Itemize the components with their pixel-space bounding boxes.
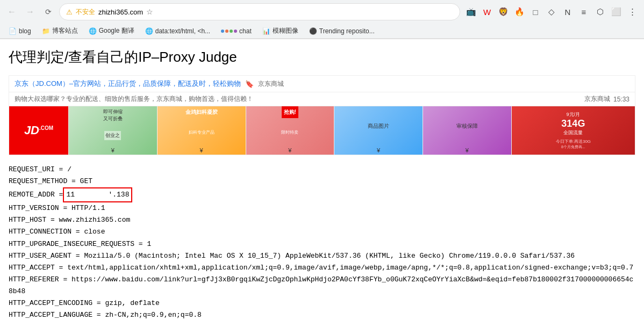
ad-site-name: 京东商城 [258, 79, 284, 89]
ad-product-4: 商品图片 ¥ [334, 106, 423, 155]
ext4-icon[interactable]: ◇ [544, 4, 559, 19]
ad-product-2: 金鸡妇科凝胶 妇科专业产品 ¥ [157, 106, 246, 155]
http-line-language: HTTP_ACCEPT_LANGUAGE = zh-CN,zh;q=0.9,en… [9, 309, 635, 320]
http-line-method: REQUEST_METHOD = GET [9, 176, 635, 187]
http-line-useragent: HTTP_USER_AGENT = Mozilla/5.0 (Macintosh… [9, 250, 635, 262]
back-button[interactable]: ← [4, 4, 19, 19]
http-line-connection: HTTP_CONNECTION = close [9, 226, 635, 238]
http-line-version: HTTP_VERSION = HTTP/1.1 [9, 202, 635, 214]
bookmark-label: blog [19, 27, 31, 35]
ad-site-info: 京东（JD.COM）–官方网站，正品行货，品质保障，配送及时，轻松购物 🔖 京东… [15, 79, 284, 89]
bookmarks-bar: 📄 blog 📁 博客站点 🌐 Google 翻译 🌐 data:text/ht… [0, 24, 644, 39]
ext8-icon[interactable]: ⬜ [609, 4, 624, 19]
globe-icon: 🌐 [89, 27, 97, 35]
bookmark-label: 模糊图像 [273, 26, 298, 35]
ad-link[interactable]: 京东（JD.COM）–官方网站，正品行货，品质保障，配送及时，轻松购物 [15, 79, 241, 89]
http-key: REQUEST_URI = / [9, 164, 71, 176]
page-title: 代理判定/查看自己的IP–Proxy Judge [9, 48, 635, 67]
bookmark-mohu[interactable]: 📊 模糊图像 [258, 25, 303, 37]
ad-price-5: ¥ [464, 146, 470, 155]
bookmark-boke[interactable]: 📁 博客站点 [38, 25, 82, 37]
ad-image-strip: JD.COM 即可伸缩又可折叠 创业之 ¥ 金鸡妇科凝胶 妇科专业产品 ¥ 抢购… [9, 106, 635, 155]
telecom-gb: 314G [561, 118, 585, 129]
http-line-referer: HTTP_REFERER = https://www.baidu.com/lin… [9, 274, 635, 297]
http-key: HTTP_USER_AGENT = Mozilla/5.0 (Macintosh… [9, 250, 575, 262]
bookmark-blog[interactable]: 📄 blog [4, 26, 35, 36]
chat-text: chat [239, 27, 252, 35]
ext5-icon[interactable]: N [560, 4, 575, 19]
ext1-icon[interactable]: 🦁 [496, 4, 511, 19]
insecure-icon: ⚠ [66, 8, 73, 16]
http-key: HTTP_ACCEPT_ENCODING = gzip, deflate [9, 297, 160, 309]
http-line-remote-addr: REMOTE_ADDR = 11 '.138 [9, 187, 635, 202]
telecom-label: 全国流量 [563, 129, 583, 136]
grid-icon: 📊 [262, 27, 270, 35]
ad-site-name2: 京东商城 [584, 94, 610, 104]
bookmark-label: Trending reposito... [319, 27, 375, 35]
http-key: HTTP_ACCEPT = text/html,application/xhtm… [9, 262, 633, 274]
ad-time: 15:33 [613, 96, 629, 103]
http-key: HTTP_CONNECTION = close [9, 226, 105, 238]
forward-button[interactable]: → [23, 4, 38, 19]
browser-actions: 📺 W 🦁 🔥 □ ◇ N ≡ ⬡ ⬜ ⋮ [463, 4, 640, 19]
cast-icon[interactable]: 📺 [463, 4, 478, 19]
weibo-icon[interactable]: W [480, 4, 495, 19]
ext6-icon[interactable]: ≡ [576, 4, 591, 19]
bookmark-chat[interactable]: 京东商城 chat [217, 26, 256, 36]
http-key: HTTP_ACCEPT_LANGUAGE = zh-CN,zh;q=0.9,en… [9, 309, 202, 320]
menu-button[interactable]: ⋮ [625, 4, 640, 19]
http-key-remote: REMOTE_ADDR = [9, 189, 63, 201]
http-info-section: REQUEST_URI = / REQUEST_METHOD = GET REM… [9, 164, 635, 320]
bookmark-data-text[interactable]: 🌐 data:text/html, <h... [141, 26, 214, 36]
bookmark-google-translate[interactable]: 🌐 Google 翻译 [84, 25, 139, 37]
http-key: HTTP_REFERER = https://www.baidu.com/lin… [9, 274, 635, 297]
jd-logo: JD.COM [24, 123, 53, 137]
ad-subheader: 购物大叔选哪家？专业的配送、细致的售后服务，京东商城，购物首选，值得信赖！ 京东… [9, 92, 635, 106]
github-icon: ⚫ [309, 27, 317, 35]
insecure-label: 不安全 [76, 8, 95, 17]
page-content: 代理判定/查看自己的IP–Proxy Judge 京东（JD.COM）–官方网站… [0, 39, 644, 320]
ad-price-4: ¥ [376, 146, 381, 155]
http-line-uri: REQUEST_URI = / [9, 164, 635, 176]
ad-description: 购物大叔选哪家？专业的配送、细致的售后服务，京东商城，购物首选，值得信赖！ [15, 94, 253, 104]
ad-telecom-content: 9元/月 314G 全国流量 今日下单:再送30G 8个月免费再... [554, 106, 593, 155]
ad-header: 京东（JD.COM）–官方网站，正品行货，品质保障，配送及时，轻松购物 🔖 京东… [9, 76, 635, 92]
http-key: HTTP_VERSION = HTTP/1.1 [9, 202, 105, 214]
ad-section: 京东（JD.COM）–官方网站，正品行货，品质保障，配送及时，轻松购物 🔖 京东… [9, 75, 635, 155]
bookmark-label: data:text/html, <h... [155, 27, 210, 35]
ad-product-1: 即可伸缩又可折叠 创业之 ¥ [68, 106, 157, 155]
bookmark-trending[interactable]: ⚫ Trending reposito... [305, 26, 379, 36]
ad-telecom: 9元/月 314G 全国流量 今日下单:再送30G 8个月免费再... [511, 106, 635, 155]
reload-button[interactable]: ⟳ [41, 4, 56, 19]
ext2-icon[interactable]: 🔥 [512, 4, 527, 19]
bookmark-ad-icon: 🔖 [245, 80, 254, 88]
ad-price-2: ¥ [199, 146, 204, 155]
http-key: HTTP_HOST = www.zhizhi365.com [9, 214, 130, 226]
blog-icon: 📄 [9, 27, 17, 35]
http-line-host: HTTP_HOST = www.zhizhi365.com [9, 214, 635, 226]
remote-addr-value: 11 '.138 [63, 187, 132, 202]
http-key: HTTP_UPGRADE_INSECURE_REQUESTS = 1 [9, 238, 151, 250]
folder-icon: 📁 [42, 27, 50, 35]
chat-icon [221, 30, 237, 33]
http-key: REQUEST_METHOD = GET [9, 176, 92, 187]
http-line-accept: HTTP_ACCEPT = text/html,application/xhtm… [9, 262, 635, 274]
ext3-icon[interactable]: □ [528, 4, 543, 19]
browser-chrome: ← → ⟳ ⚠ 不安全 zhizhi365.com ☆ 📺 W 🦁 🔥 □ ◇ … [0, 0, 644, 39]
bookmark-label: 博客站点 [52, 26, 78, 35]
ad-product-3: 抢购! 限时特卖 ¥ [246, 106, 334, 155]
http-line-encoding: HTTP_ACCEPT_ENCODING = gzip, deflate [9, 297, 635, 309]
globe2-icon: 🌐 [145, 27, 153, 35]
http-line-upgrade: HTTP_UPGRADE_INSECURE_REQUESTS = 1 [9, 238, 635, 250]
bookmark-label: Google 翻译 [99, 26, 134, 35]
address-url: zhizhi365.com [98, 8, 143, 16]
star-icon[interactable]: ☆ [146, 8, 153, 16]
nav-bar: ← → ⟳ ⚠ 不安全 zhizhi365.com ☆ 📺 W 🦁 🔥 □ ◇ … [0, 0, 644, 24]
ad-price-3: ¥ [287, 146, 292, 155]
address-bar[interactable]: ⚠ 不安全 zhizhi365.com ☆ [59, 3, 460, 20]
ad-price-1: ¥ [110, 146, 116, 155]
jd-logo-box: JD.COM [9, 106, 68, 155]
ext7-icon[interactable]: ⬡ [592, 4, 607, 19]
ad-product-5: 审核保障 ¥ [423, 106, 511, 155]
